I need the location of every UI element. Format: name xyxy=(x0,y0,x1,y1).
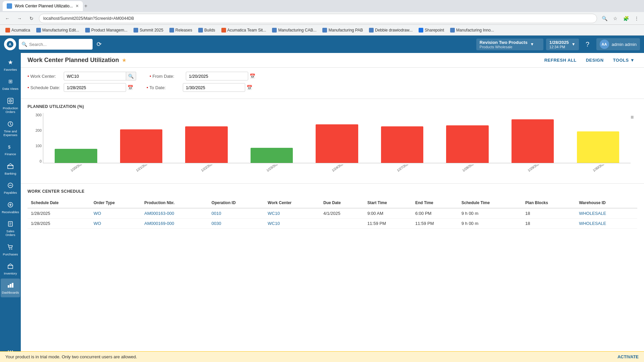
sidebar-item-data-views[interactable]: ⊞ Data Views xyxy=(1,75,20,93)
user-info[interactable]: AA admin admin xyxy=(596,38,640,50)
work-center-link-1[interactable]: WC10 xyxy=(268,211,280,216)
from-date-calendar-icon[interactable]: 📅 xyxy=(250,73,255,79)
operation-id-link-2[interactable]: 0030 xyxy=(212,221,221,226)
bookmark-mfg-cab[interactable]: Manufacturing CAB... xyxy=(269,27,319,34)
bookmark-icon[interactable]: ☆ xyxy=(610,14,620,23)
warehouse-link-1[interactable]: WHOLESALE xyxy=(579,211,606,216)
extension-icon[interactable]: 🧩 xyxy=(621,14,631,23)
bookmark-releases[interactable]: Releases xyxy=(167,27,195,34)
chart-legend-toggle[interactable]: ≡ xyxy=(631,113,637,178)
sidebar-item-dashboards[interactable]: Dashboards xyxy=(1,279,20,297)
sidebar-item-payables[interactable]: Payables xyxy=(1,179,20,197)
bookmark-acumatica-team[interactable]: Acumatica Team Sit... xyxy=(219,27,269,34)
back-button[interactable]: ← xyxy=(3,14,12,23)
favorite-star-icon[interactable]: ★ xyxy=(122,57,126,63)
order-type-link-1[interactable]: WO xyxy=(94,211,101,216)
datetime-selector[interactable]: 1/28/2025 12:34 PM ▼ xyxy=(546,39,579,50)
sidebar-item-inventory[interactable]: Inventory xyxy=(1,259,20,278)
cell-schedule-time-2: 9 h 00 m xyxy=(458,219,522,229)
bookmark-mfg-edit[interactable]: Manufacturing Edit... xyxy=(34,27,82,34)
from-date-field: From Date: 📅 xyxy=(150,72,255,80)
company-selector[interactable]: Revision Two Products Products Wholesale… xyxy=(476,39,543,50)
form-row-1: Work Center: 🔍 From Date: 📅 xyxy=(28,72,637,80)
menu-icon[interactable]: ⋮ xyxy=(632,14,641,23)
bar-col-1-24 xyxy=(304,113,370,163)
search-input[interactable] xyxy=(29,42,90,47)
sidebar-item-banking[interactable]: Banking xyxy=(1,160,20,178)
sales-orders-icon xyxy=(6,220,14,228)
x-label-1-29: 1/29/2025 xyxy=(506,165,567,178)
col-production-nbr: Production Nbr. xyxy=(141,198,208,208)
form-row-2: Schedule Date: 📅 To Date: 📅 xyxy=(28,83,637,92)
new-tab-button[interactable]: + xyxy=(84,3,87,9)
browser-nav-icons: 🔍 ☆ 🧩 ⋮ xyxy=(600,14,641,23)
sidebar-item-favorites[interactable]: ★ Favorites xyxy=(1,56,20,74)
bar-1-21 xyxy=(120,129,162,163)
y-label-200: 200 xyxy=(31,128,42,132)
production-nbr-link-1[interactable]: AM000163-000 xyxy=(144,211,174,216)
sidebar-item-finance[interactable]: $ Finance xyxy=(1,140,20,159)
bookmark-product-mgmt[interactable]: Product Managem... xyxy=(83,27,130,34)
to-date-input[interactable] xyxy=(183,83,245,92)
schedule-date-calendar-icon[interactable]: 📅 xyxy=(127,85,133,90)
tab-close-icon[interactable]: ✕ xyxy=(75,4,79,8)
status-message: Your product is in trial mode. Only two … xyxy=(5,354,137,359)
page-title-area: Work Center Planned Utilization ★ xyxy=(28,57,126,64)
form-area: Work Center: 🔍 From Date: 📅 Schedu xyxy=(21,68,644,99)
bar-col-1-27 xyxy=(370,113,435,163)
cell-schedule-date-2: 1/28/2025 xyxy=(28,219,90,229)
status-bar: Your product is in trial mode. Only two … xyxy=(0,351,644,362)
svg-rect-9 xyxy=(8,166,13,169)
sidebar-item-purchases[interactable]: Purchases xyxy=(1,240,20,259)
legend-icon[interactable]: ≡ xyxy=(631,114,634,120)
operation-id-link-1[interactable]: 0010 xyxy=(212,211,221,216)
svg-line-7 xyxy=(10,124,11,125)
zoom-icon[interactable]: 🔍 xyxy=(600,14,609,23)
refresh-button[interactable]: ↻ xyxy=(27,14,36,23)
bookmark-mfg-inno[interactable]: Manufacturing Inno... xyxy=(447,27,497,34)
warehouse-link-2[interactable]: WHOLESALE xyxy=(579,221,606,226)
bookmark-mfg-pab[interactable]: Manufacturing PAB xyxy=(320,27,366,34)
sidebar-item-time-expenses[interactable]: Time and Expenses xyxy=(1,117,20,140)
bar-col-1-23 xyxy=(239,113,305,163)
forward-button[interactable]: → xyxy=(15,14,24,23)
schedule-date-input[interactable] xyxy=(64,83,126,92)
bookmark-sharepoint[interactable]: Sharepoint xyxy=(416,27,447,34)
bookmark-summit2025[interactable]: Summit 2025 xyxy=(131,27,166,34)
app-logo[interactable]: A xyxy=(4,38,16,50)
work-center-search-button[interactable]: 🔍 xyxy=(126,72,136,80)
bookmark-acumatica[interactable]: Acumatica xyxy=(3,27,33,34)
topbar-refresh-button[interactable]: ⟳ xyxy=(95,39,103,49)
search-box[interactable]: 🔍 xyxy=(19,39,93,50)
activate-button[interactable]: ACTIVATE xyxy=(618,354,639,359)
design-button[interactable]: DESIGN xyxy=(583,56,606,64)
svg-rect-23 xyxy=(8,285,9,288)
production-nbr-link-2[interactable]: AM000169-000 xyxy=(144,221,174,226)
payables-icon xyxy=(6,181,14,189)
bookmark-sharepoint-label: Sharepoint xyxy=(425,28,444,33)
from-date-input-group: 📅 xyxy=(186,72,255,80)
svg-marker-10 xyxy=(8,164,13,166)
company-info: Revision Two Products Products Wholesale xyxy=(480,40,528,49)
order-type-link-2[interactable]: WO xyxy=(94,221,101,226)
bar-1-24 xyxy=(316,124,358,163)
work-center-input[interactable] xyxy=(64,72,126,80)
browser-tab[interactable]: Work Center Planned Utilizatio... ✕ xyxy=(3,1,83,11)
refresh-all-button[interactable]: REFRESH ALL xyxy=(542,56,579,64)
datetime-time: 12:34 PM xyxy=(549,45,569,49)
work-center-label: Work Center: xyxy=(28,74,61,79)
sidebar-item-sales-orders[interactable]: Sales Orders xyxy=(1,217,20,240)
cell-order-type-2: WO xyxy=(90,219,141,229)
bookmark-builds-icon xyxy=(198,28,203,33)
bookmark-acumatica-label: Acumatica xyxy=(11,28,30,33)
to-date-calendar-icon[interactable]: 📅 xyxy=(247,85,252,90)
work-center-link-2[interactable]: WC10 xyxy=(268,221,280,226)
bookmark-builds[interactable]: Builds xyxy=(196,27,218,34)
sidebar-item-receivables[interactable]: Receivables xyxy=(1,198,20,217)
sidebar-item-production-orders[interactable]: Production Orders xyxy=(1,94,20,117)
help-button[interactable]: ? xyxy=(582,38,594,50)
from-date-input[interactable] xyxy=(186,72,248,80)
bookmark-debbie[interactable]: Debbie drawiodraw... xyxy=(366,27,415,34)
address-bar[interactable]: localhost/Summit2025/Main?ScreenId=AM004… xyxy=(39,14,597,23)
tools-button[interactable]: TOOLS ▼ xyxy=(610,56,637,64)
